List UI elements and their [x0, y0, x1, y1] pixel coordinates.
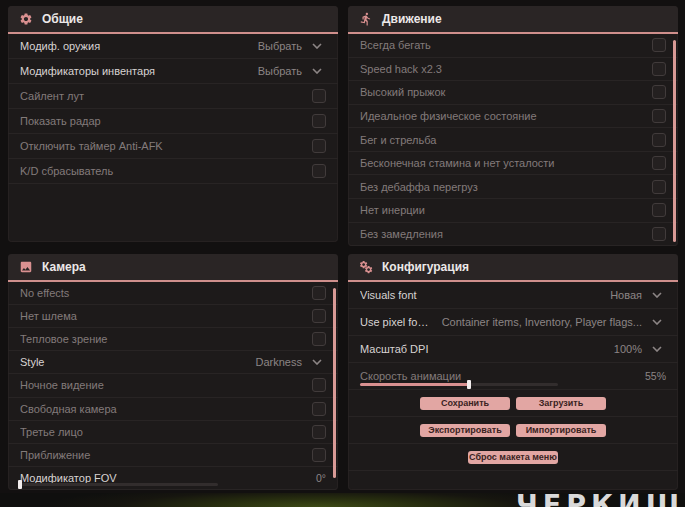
row-label: Приближение: [20, 449, 304, 461]
row-label: Показать радар: [20, 115, 304, 127]
checkbox[interactable]: [312, 378, 326, 392]
dropdown[interactable]: Darkness: [256, 356, 326, 368]
row-label: Высокий прыжок: [360, 86, 644, 98]
dropdown[interactable]: 100%: [614, 343, 666, 355]
row-checkbox[interactable]: No effects: [8, 282, 338, 305]
background-location-text: ЧЕРКИШЕ: [516, 489, 685, 507]
row-slider: Модификатор FOV0°: [8, 467, 338, 490]
dropdown[interactable]: Container items, Inventory, Player flags…: [442, 316, 666, 328]
row-label: K/D сбрасыватель: [20, 165, 304, 177]
checkbox[interactable]: [652, 203, 666, 217]
row-label: Модификаторы инвентаря: [20, 65, 250, 77]
panel-config-header[interactable]: Конфигурация: [348, 254, 678, 282]
slider-track[interactable]: [20, 483, 218, 486]
row-checkbox[interactable]: Нет инерции: [348, 199, 678, 223]
row-checkbox[interactable]: Бег и стрельба: [348, 128, 678, 152]
row-label: No effects: [20, 287, 304, 299]
row-label: Нет инерции: [360, 204, 644, 216]
action-button[interactable]: Сброс макета меню: [468, 451, 558, 464]
row-dropdown: Масштаб DPI100%: [348, 336, 678, 363]
row-checkbox[interactable]: Отключить таймер Anti-AFK: [8, 134, 338, 159]
chevron-down-icon: [652, 319, 662, 325]
row-checkbox[interactable]: Всегда бегать: [348, 34, 678, 58]
slider-track[interactable]: [360, 383, 558, 386]
checkbox[interactable]: [652, 109, 666, 123]
panel-config: Конфигурация Visuals fontНоваяUse pixel …: [348, 254, 678, 490]
dropdown[interactable]: Выбрать: [258, 40, 326, 52]
panel-camera-header[interactable]: Камера: [8, 254, 338, 282]
action-button[interactable]: Экспортировать: [420, 424, 510, 437]
checkbox[interactable]: [652, 156, 666, 170]
panel-movement-rows: Всегда бегатьSpeed hack x2.3Высокий прыж…: [348, 34, 678, 246]
row-checkbox[interactable]: Идеальное физическое состояние: [348, 105, 678, 129]
row-checkbox[interactable]: Третье лицо: [8, 421, 338, 444]
scrollbar[interactable]: [673, 40, 676, 242]
panel-movement: Движение Всегда бегатьSpeed hack x2.3Выс…: [348, 6, 678, 246]
slider-value: 55%: [645, 370, 666, 382]
scrollbar[interactable]: [333, 288, 336, 478]
row-label: Третье лицо: [20, 426, 304, 438]
checkbox[interactable]: [652, 180, 666, 194]
row-checkbox[interactable]: Speed hack x2.3: [348, 58, 678, 82]
slider-handle[interactable]: [18, 480, 22, 489]
checkbox[interactable]: [652, 62, 666, 76]
checkbox[interactable]: [652, 85, 666, 99]
slider-value: 0°: [316, 472, 326, 484]
row-label: Скорость анимации: [360, 370, 637, 382]
checkbox[interactable]: [312, 139, 326, 153]
action-button[interactable]: Импортировать: [516, 424, 606, 437]
row-checkbox[interactable]: Без дебаффа перегруз: [348, 175, 678, 199]
checkbox[interactable]: [652, 133, 666, 147]
row-label: Бесконечная стамина и нет усталости: [360, 157, 644, 169]
panel-title: Общие: [42, 12, 83, 26]
button-row: ЭкспортироватьИмпортировать: [348, 417, 678, 444]
row-label: Style: [20, 356, 248, 368]
panel-movement-header[interactable]: Движение: [348, 6, 678, 34]
checkbox[interactable]: [312, 425, 326, 439]
dropdown[interactable]: Выбрать: [258, 65, 326, 77]
row-checkbox[interactable]: Высокий прыжок: [348, 81, 678, 105]
checkbox[interactable]: [312, 332, 326, 346]
button-row: Сброс макета меню: [348, 444, 678, 471]
row-label: Свободная камера: [20, 403, 304, 415]
chevron-down-icon: [652, 292, 662, 298]
dropdown[interactable]: Новая: [610, 289, 666, 301]
row-label: Модиф. оружия: [20, 40, 250, 52]
checkbox[interactable]: [312, 114, 326, 128]
panel-camera-rows: No effectsНет шлемаТепловое зрениеStyleD…: [8, 282, 338, 490]
row-checkbox[interactable]: Нет шлема: [8, 305, 338, 328]
row-label: Visuals font: [360, 289, 602, 301]
row-label: Без дебаффа перегруз: [360, 181, 644, 193]
checkbox[interactable]: [312, 448, 326, 462]
checkbox[interactable]: [312, 309, 326, 323]
checkbox[interactable]: [652, 227, 666, 241]
checkbox[interactable]: [312, 286, 326, 300]
slider-handle[interactable]: [467, 380, 471, 389]
row-dropdown: Visuals fontНовая: [348, 282, 678, 309]
panel-title: Камера: [42, 260, 86, 274]
dropdown-value: Container items, Inventory, Player flags…: [442, 316, 642, 328]
panel-general-header[interactable]: Общие: [8, 6, 338, 34]
row-checkbox[interactable]: Тепловое зрение: [8, 328, 338, 351]
checkbox[interactable]: [312, 402, 326, 416]
row-checkbox[interactable]: K/D сбрасыватель: [8, 159, 338, 184]
checkbox[interactable]: [652, 38, 666, 52]
row-checkbox[interactable]: Приближение: [8, 444, 338, 467]
panel-camera: Камера No effectsНет шлемаТепловое зрени…: [8, 254, 338, 490]
row-checkbox[interactable]: Свободная камера: [8, 398, 338, 421]
row-checkbox[interactable]: Без замедления: [348, 223, 678, 247]
row-label: Всегда бегать: [360, 39, 644, 51]
gears-icon: [359, 260, 373, 274]
row-label: Без замедления: [360, 228, 644, 240]
checkbox[interactable]: [312, 89, 326, 103]
action-button[interactable]: Загрузить: [516, 397, 606, 410]
row-dropdown: Модиф. оружияВыбрать: [8, 34, 338, 59]
panel-title: Движение: [382, 12, 442, 26]
row-checkbox[interactable]: Показать радар: [8, 109, 338, 134]
row-checkbox[interactable]: Ночное видение: [8, 374, 338, 397]
checkbox[interactable]: [312, 164, 326, 178]
action-button[interactable]: Сохранить: [420, 397, 510, 410]
panel-general: Общие Модиф. оружияВыбратьМодификаторы и…: [8, 6, 338, 242]
row-checkbox[interactable]: Бесконечная стамина и нет усталости: [348, 152, 678, 176]
row-checkbox[interactable]: Сайлент лут: [8, 84, 338, 109]
